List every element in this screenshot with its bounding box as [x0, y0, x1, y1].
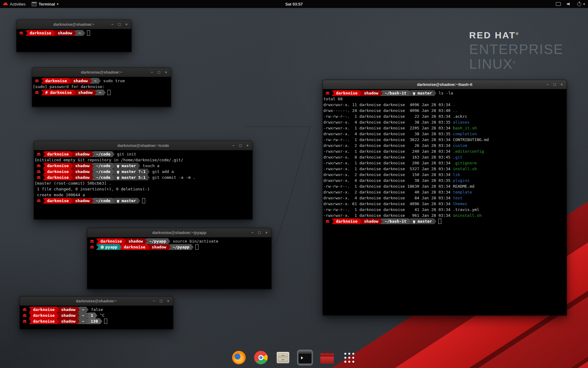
terminal-text: -rwxrwxr-x. 1 darknoise darknoise 2205 J… — [323, 126, 453, 130]
app-grid-icon — [343, 351, 355, 364]
minimize-button[interactable]: − — [545, 82, 551, 88]
terminal-line: darknoiseshadow~130 — [21, 318, 172, 324]
prompt-start-segment — [323, 218, 332, 224]
close-button[interactable]: × — [163, 69, 169, 75]
maximize-button[interactable]: □ — [552, 82, 558, 88]
terminal-line: darknoiseshadow~/codeψ master — [35, 198, 252, 204]
window-title: darknoise@shadow:~ — [76, 299, 117, 303]
powerline-arrow-icon — [25, 30, 28, 36]
window-titlebar[interactable]: darknoise@shadow:~/code − □ × — [34, 141, 252, 150]
close-button[interactable]: × — [244, 143, 251, 149]
chevron-down-icon: ▾ — [57, 2, 59, 6]
terminal-line: darknoiseshadow~/bash-itψ master ls -la — [323, 90, 566, 96]
close-button[interactable]: × — [263, 230, 270, 236]
powerline-arrow-icon — [104, 90, 106, 95]
terminal-window-4[interactable]: darknoise@shadow:~/pyapp − □ × darknoise… — [87, 228, 272, 289]
window-titlebar[interactable]: darknoise@shadow:~ − □ × — [17, 20, 131, 29]
terminal-line: drwxrwxr-x. 2 darknoise darknoise 26 Jan… — [323, 143, 566, 148]
app-menu-button[interactable]: Terminal ▾ — [28, 0, 62, 8]
terminal-text: [master (root-commit) 50bcb63] . — [35, 181, 111, 186]
maximize-button[interactable]: □ — [237, 143, 243, 149]
window-title: darknoise@shadow:~/bash-it — [417, 82, 473, 87]
dock-item-terminal[interactable] — [297, 350, 313, 366]
powerline-arrow-icon — [168, 239, 170, 244]
system-menu-button[interactable]: ▾ — [574, 0, 588, 8]
prompt-segment: ψ master ?:1 — [115, 169, 148, 174]
terminal-line: [master (root-commit) 50bcb63] . — [35, 180, 252, 186]
minimize-button[interactable]: − — [151, 298, 157, 304]
maximize-button[interactable]: □ — [156, 69, 162, 75]
terminal-content[interactable]: darknoiseshadow~/pyapp source bin/activa… — [87, 237, 271, 289]
prompt-segment: darknoise — [45, 169, 71, 174]
powerline-arrow-icon — [92, 175, 94, 180]
prompt-start-segment — [88, 244, 96, 250]
terminal-content[interactable]: darknoiseshadow~ sudo true[sudo] passwor… — [32, 77, 171, 107]
terminal-line: drwxrwxr-x. 4 darknoise darknoise 84 Jan… — [323, 195, 566, 201]
terminal-content[interactable]: darknoiseshadow~/code git initInitialize… — [34, 150, 252, 219]
prompt-segment: darknoise — [334, 90, 360, 96]
minimize-button[interactable]: − — [149, 69, 155, 75]
terminal-text: drwx------. 24 darknoise darknoise 4096 … — [323, 108, 453, 113]
close-button[interactable]: × — [123, 21, 130, 28]
redhat-prompt-icon — [23, 307, 27, 312]
maximize-button[interactable]: □ — [116, 21, 123, 28]
terminal-text: -rw-rw-r--. 1 darknoise darknoise 18630 … — [323, 184, 453, 189]
minimize-button[interactable]: − — [249, 230, 255, 236]
powerline-arrow-icon — [360, 90, 362, 96]
terminal-window-3[interactable]: darknoise@shadow:~/code − □ × darknoises… — [34, 141, 253, 220]
powerline-arrow-icon — [71, 163, 73, 169]
clock[interactable]: Sat 03:57 — [285, 0, 303, 8]
terminal-window-2[interactable]: darknoise@shadow:~ − □ × darknoiseshadow… — [32, 67, 171, 107]
terminal-text: plugins — [453, 178, 470, 183]
prompt-segment: ~/code — [94, 174, 112, 180]
window-titlebar[interactable]: darknoise@shadow:~ − □ × — [32, 68, 171, 77]
terminal-cursor — [107, 90, 111, 95]
activities-button[interactable]: Activities — [0, 0, 28, 8]
terminal-text: ls -la — [436, 91, 453, 95]
maximize-button[interactable]: □ — [158, 298, 164, 304]
dock-item-firefox[interactable] — [231, 350, 247, 366]
terminal-cursor — [104, 319, 107, 324]
powerline-arrow-icon — [96, 244, 98, 250]
dock-item-appgrid[interactable] — [341, 350, 357, 366]
maximize-button[interactable]: □ — [256, 230, 262, 236]
powerline-arrow-icon — [83, 30, 85, 36]
close-button[interactable]: × — [559, 82, 565, 88]
redhat-prompt-icon — [37, 198, 41, 203]
powerline-arrow-icon — [74, 30, 76, 36]
volume-status-button[interactable] — [564, 0, 574, 8]
terminal-text: aliases — [453, 120, 470, 125]
redhat-prompt-icon — [37, 163, 41, 168]
terminal-text: drwxrwxr-x. 4 darknoise darknoise 38 Jan… — [323, 120, 453, 125]
powerline-arrow-icon — [71, 175, 73, 180]
minimize-button[interactable]: − — [109, 21, 115, 28]
prompt-segment: darknoise — [43, 78, 69, 84]
terminal-text: false — [89, 307, 103, 312]
terminal-text: git add a — [150, 169, 174, 174]
dock-item-files[interactable] — [275, 350, 291, 366]
firefox-icon — [232, 351, 246, 364]
terminal-line: -rw-rw-r--. 1 darknoise darknoise 22 Jan… — [323, 113, 566, 119]
dock-item-toolbox[interactable] — [319, 350, 335, 366]
terminal-window-5[interactable]: darknoise@shadow:~ − □ × darknoiseshadow… — [20, 296, 173, 329]
terminal-line: drwxrwxr-x. 8 darknoise darknoise 163 Ja… — [323, 154, 566, 160]
minimize-button[interactable]: − — [230, 143, 236, 149]
dock-item-chrome[interactable] — [253, 350, 269, 366]
terminal-content[interactable]: darknoiseshadow~ falsedarknoiseshadow~1 … — [20, 306, 173, 329]
window-titlebar[interactable]: darknoise@shadow:~/pyapp − □ × — [87, 228, 271, 237]
powerline-arrow-icon — [100, 319, 102, 324]
close-button[interactable]: × — [165, 298, 171, 304]
terminal-content[interactable]: darknoiseshadow~/bash-itψ master ls -lat… — [323, 89, 567, 315]
window-titlebar[interactable]: darknoise@shadow:~/bash-it − □ × — [323, 80, 567, 89]
terminal-window-6[interactable]: darknoise@shadow:~/bash-it − □ × darknoi… — [322, 80, 567, 316]
terminal-window-1[interactable]: darknoise@shadow:~ − □ × darknoiseshadow… — [16, 20, 132, 52]
prompt-segment: # darknoise — [43, 90, 74, 95]
prompt-segment: ~/pyapp — [171, 244, 192, 250]
terminal-text: custom — [453, 143, 467, 148]
display-status-button[interactable] — [553, 0, 564, 8]
window-titlebar[interactable]: darknoise@shadow:~ − □ × — [20, 297, 173, 306]
terminal-line: darknoiseshadow~/pyapp source bin/activa… — [88, 238, 271, 244]
prompt-segment: ~/pyapp — [147, 238, 168, 244]
powerline-arrow-icon — [90, 78, 92, 84]
terminal-content[interactable]: darknoiseshadow~ — [17, 29, 131, 52]
